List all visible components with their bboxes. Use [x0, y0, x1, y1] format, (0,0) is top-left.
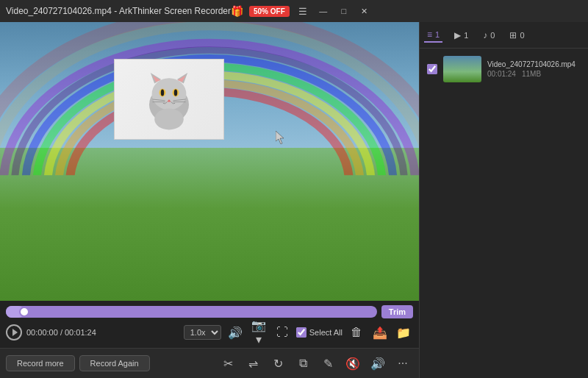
title-bar: Video_240727104026.mp4 - ArkThinker Scre… — [0, 0, 588, 22]
time-current: 00:00:00 — [26, 328, 58, 337]
title-controls: 🎁 50% OFF ☰ — □ ✕ — [231, 4, 373, 18]
promo-badge[interactable]: 50% OFF — [249, 6, 290, 17]
tab-video-icon: ≡ — [427, 29, 432, 40]
cat-image — [115, 60, 223, 139]
split-tool-button[interactable]: ⇌ — [243, 353, 263, 374]
panel-content: Video_240727104026.mp4 00:01:24 11MB — [420, 49, 588, 378]
media-info: Video_240727104026.mp4 00:01:24 11MB — [487, 60, 581, 78]
tab-music-count: 0 — [490, 31, 495, 40]
folder-button[interactable]: 📁 — [394, 323, 413, 342]
timeline-area: Trim 00:00:00 / 00:01:24 0.5x 1.0x 1.5x … — [0, 301, 419, 348]
main-area: Trim 00:00:00 / 00:01:24 0.5x 1.0x 1.5x … — [0, 22, 588, 378]
volume-tool-button[interactable]: 🔊 — [368, 353, 388, 374]
fullscreen-button[interactable]: ⛶ — [273, 323, 292, 342]
copy-tool-button[interactable]: ⧉ — [293, 353, 313, 374]
minimize-button[interactable]: — — [315, 4, 332, 18]
play-button[interactable] — [6, 324, 22, 340]
media-item[interactable]: Video_240727104026.mp4 00:01:24 11MB — [424, 53, 584, 85]
record-more-button[interactable]: Record more — [6, 355, 75, 371]
video-area: Trim 00:00:00 / 00:01:24 0.5x 1.0x 1.5x … — [0, 22, 419, 378]
tab-play-count: 1 — [464, 31, 468, 40]
svg-point-11 — [152, 78, 187, 110]
media-thumbnail — [443, 56, 481, 82]
progress-track[interactable] — [6, 306, 377, 318]
cat-overlay — [114, 59, 224, 140]
delete-button[interactable]: 🗑 — [347, 323, 366, 342]
tab-video-count: 1 — [435, 30, 440, 39]
media-item-checkbox[interactable] — [427, 64, 437, 74]
record-again-button[interactable]: Record Again — [79, 355, 150, 371]
edit-tool-button[interactable]: ✎ — [318, 353, 338, 374]
rotate-tool-button[interactable]: ↻ — [268, 353, 288, 374]
time-display: 00:00:00 / 00:01:24 — [26, 328, 96, 337]
controls-row: 00:00:00 / 00:01:24 0.5x 1.0x 1.5x 2.0x … — [6, 323, 413, 342]
video-canvas[interactable] — [0, 22, 419, 301]
export-button[interactable]: 📤 — [370, 323, 390, 342]
media-duration: 00:01:24 — [487, 70, 516, 78]
svg-point-25 — [154, 109, 184, 130]
svg-point-19 — [174, 90, 178, 96]
progress-handle[interactable] — [19, 307, 29, 317]
close-button[interactable]: ✕ — [356, 4, 373, 18]
select-all-area: Select All — [296, 327, 343, 338]
tab-image[interactable]: ⊞ 0 — [506, 29, 527, 42]
camera-button[interactable]: 📷▾ — [249, 323, 268, 342]
menu-icon: ☰ — [298, 6, 307, 17]
more-tool-button[interactable]: ··· — [392, 353, 413, 374]
mute-tool-button[interactable]: 🔇 — [343, 353, 363, 374]
trim-button[interactable]: Trim — [381, 305, 413, 318]
speed-select[interactable]: 0.5x 1.0x 1.5x 2.0x — [184, 325, 221, 340]
tab-music[interactable]: ♪ 0 — [480, 29, 498, 42]
media-meta: 00:01:24 11MB — [487, 70, 581, 78]
time-total: 00:01:24 — [65, 328, 96, 337]
cat-svg — [136, 66, 202, 132]
maximize-button[interactable]: □ — [335, 4, 353, 18]
gift-icon: 🎁 — [231, 5, 243, 17]
app-title: Video_240727104026.mp4 - ArkThinker Scre… — [6, 6, 231, 16]
tab-image-count: 0 — [520, 31, 524, 40]
media-thumb-inner — [443, 56, 481, 82]
tab-music-icon: ♪ — [483, 30, 487, 40]
bottom-bar: Record more Record Again ✂ ⇌ ↻ ⧉ ✎ 🔇 🔊 ·… — [0, 348, 419, 378]
svg-point-18 — [161, 90, 165, 96]
tab-play[interactable]: ▶ 1 — [451, 29, 471, 42]
select-all-label[interactable]: Select All — [309, 328, 343, 337]
media-filename: Video_240727104026.mp4 — [487, 60, 581, 68]
volume-button[interactable]: 🔊 — [226, 323, 245, 342]
progress-bar-container: Trim — [6, 305, 413, 318]
play-icon — [12, 329, 18, 336]
tab-image-icon: ⊞ — [509, 30, 517, 40]
tab-play-icon: ▶ — [454, 30, 461, 40]
right-panel: ≡ 1 ▶ 1 ♪ 0 ⊞ 0 Vide — [419, 22, 588, 378]
select-all-checkbox[interactable] — [296, 327, 306, 338]
cut-tool-button[interactable]: ✂ — [218, 353, 238, 374]
media-size: 11MB — [522, 70, 541, 78]
panel-tabs: ≡ 1 ▶ 1 ♪ 0 ⊞ 0 — [420, 22, 588, 49]
tab-video[interactable]: ≡ 1 — [424, 28, 442, 43]
